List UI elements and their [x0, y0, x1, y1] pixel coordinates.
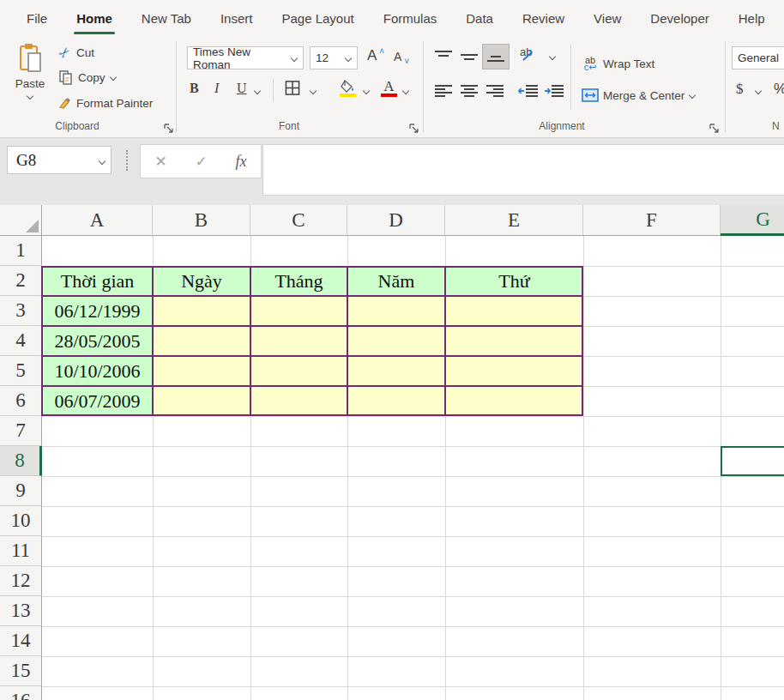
font-size-combobox[interactable]: 12	[310, 46, 358, 69]
merge-center-chevron[interactable]	[689, 92, 696, 99]
menu-tab-developer[interactable]: Developer	[636, 0, 723, 36]
row-header-7[interactable]: 7	[0, 416, 42, 446]
insert-function-icon[interactable]: fx	[236, 153, 247, 171]
cell-C4[interactable]	[250, 326, 347, 356]
paste-dropdown-chevron[interactable]	[27, 93, 33, 100]
font-dialog-launcher-icon[interactable]	[408, 122, 419, 133]
align-right-button[interactable]	[485, 84, 504, 99]
row-header-14[interactable]: 14	[0, 626, 42, 656]
cell-C2[interactable]: Tháng	[250, 266, 347, 296]
font-name-combobox[interactable]: Times New Roman	[187, 46, 304, 69]
cell-E6[interactable]	[445, 386, 583, 416]
row-header-16[interactable]: 16	[0, 686, 42, 700]
underline-button[interactable]: U	[237, 81, 247, 96]
currency-chevron[interactable]	[755, 88, 762, 94]
menu-tab-formulas[interactable]: Formulas	[369, 0, 452, 36]
row-header-6[interactable]: 6	[0, 386, 42, 416]
formula-bar-grip[interactable]	[126, 150, 128, 171]
menu-tab-data[interactable]: Data	[451, 0, 508, 36]
copy-dropdown-chevron[interactable]	[110, 74, 117, 81]
row-header-2[interactable]: 2	[0, 266, 42, 296]
menu-tab-review[interactable]: Review	[508, 0, 579, 36]
cell-E4[interactable]	[445, 326, 583, 356]
column-header-B[interactable]: B	[153, 205, 250, 236]
cell-A5[interactable]: 10/10/2006	[42, 356, 153, 386]
cell-A4[interactable]: 28/05/2005	[42, 326, 153, 356]
row-header-9[interactable]: 9	[0, 476, 42, 506]
row-header-13[interactable]: 13	[0, 596, 42, 626]
cell-A6[interactable]: 06/07/2009	[42, 386, 153, 416]
menu-tab-view[interactable]: View	[579, 0, 636, 36]
clipboard-dialog-launcher-icon[interactable]	[163, 122, 174, 133]
increase-font-size-button[interactable]: A˄	[367, 47, 386, 64]
row-header-15[interactable]: 15	[0, 656, 42, 686]
cell-B6[interactable]	[153, 386, 250, 416]
cell-D5[interactable]	[347, 356, 445, 386]
bold-button[interactable]: B	[190, 81, 199, 96]
row-header-10[interactable]: 10	[0, 506, 42, 536]
bottom-align-button[interactable]	[482, 44, 510, 69]
align-center-button[interactable]	[460, 84, 479, 99]
formula-input[interactable]	[262, 144, 784, 196]
wrap-text-button[interactable]: abc↩ Wrap Text	[582, 55, 654, 72]
number-format-combobox[interactable]: General	[732, 46, 784, 69]
increase-indent-button[interactable]	[544, 84, 564, 99]
column-header-G[interactable]: G	[721, 205, 784, 236]
cell-C5[interactable]	[250, 356, 347, 386]
cancel-icon[interactable]: ✕	[154, 153, 166, 171]
row-header-5[interactable]: 5	[0, 356, 42, 386]
select-all-corner[interactable]	[0, 205, 42, 236]
cell-B5[interactable]	[153, 356, 250, 386]
menu-tab-home[interactable]: Home	[62, 0, 127, 36]
cell-A3[interactable]: 06/12/1999	[42, 296, 153, 326]
font-color-chevron[interactable]	[402, 88, 409, 94]
column-header-C[interactable]: C	[250, 205, 347, 236]
menu-tab-insert[interactable]: Insert	[206, 0, 268, 36]
cell-B2[interactable]: Ngày	[153, 266, 250, 296]
row-header-12[interactable]: 12	[0, 566, 42, 596]
column-header-A[interactable]: A	[42, 205, 153, 236]
paste-button[interactable]: Paste	[9, 43, 51, 118]
column-header-D[interactable]: D	[347, 205, 445, 236]
top-align-button[interactable]	[434, 50, 453, 63]
enter-icon[interactable]: ✓	[195, 153, 207, 171]
merge-center-button[interactable]: Merge & Center	[582, 88, 696, 102]
decrease-font-size-button[interactable]: A˅	[394, 50, 411, 63]
currency-format-button[interactable]: $	[736, 81, 744, 98]
middle-align-button[interactable]	[460, 50, 479, 63]
cell-A2[interactable]: Thời gian	[42, 266, 153, 296]
borders-chevron[interactable]	[310, 88, 317, 94]
cell-E3[interactable]	[445, 296, 583, 326]
row-header-4[interactable]: 4	[0, 326, 42, 356]
cell-C6[interactable]	[250, 386, 347, 416]
format-painter-button[interactable]: Format Painter	[57, 95, 153, 111]
fill-color-button[interactable]	[340, 77, 357, 96]
underline-chevron[interactable]	[254, 88, 261, 94]
cut-button[interactable]: ✂ Cut	[57, 45, 94, 60]
cell-C3[interactable]	[250, 296, 347, 326]
menu-tab-help[interactable]: Help	[724, 0, 780, 36]
orientation-button[interactable]: ab	[520, 45, 532, 58]
column-header-E[interactable]: E	[445, 205, 583, 236]
row-header-1[interactable]: 1	[0, 236, 42, 266]
align-left-button[interactable]	[434, 84, 453, 99]
menu-tab-file[interactable]: File	[12, 0, 62, 36]
cell-B4[interactable]	[153, 326, 250, 356]
alignment-dialog-launcher-icon[interactable]	[709, 122, 720, 133]
cell-B3[interactable]	[153, 296, 250, 326]
cell-D4[interactable]	[347, 326, 445, 356]
copy-button[interactable]: Copy	[58, 69, 117, 85]
cell-E5[interactable]	[445, 356, 583, 386]
row-header-11[interactable]: 11	[0, 536, 42, 566]
cell-D2[interactable]: Năm	[347, 266, 445, 296]
percent-format-button[interactable]: %	[774, 81, 784, 98]
name-box[interactable]: G8	[7, 146, 112, 174]
column-header-F[interactable]: F	[583, 205, 721, 236]
fill-color-chevron[interactable]	[363, 88, 370, 94]
menu-tab-page-layout[interactable]: Page Layout	[267, 0, 368, 36]
name-box-chevron[interactable]	[99, 158, 106, 165]
cell-D6[interactable]	[347, 386, 445, 416]
italic-button[interactable]: I	[214, 81, 219, 96]
font-color-button[interactable]: A	[381, 77, 397, 96]
selected-cell-G8[interactable]	[721, 446, 784, 476]
